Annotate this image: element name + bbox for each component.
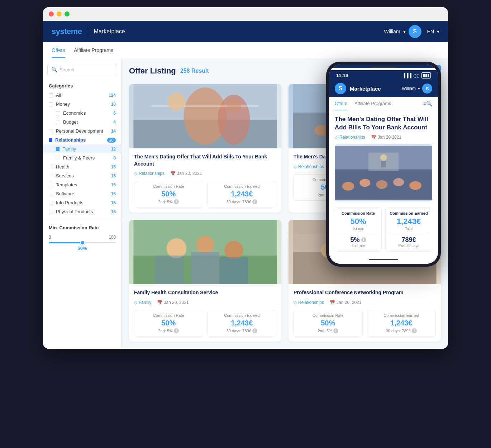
browser-titlebar: [43, 7, 448, 21]
card-1-img-placeholder: [129, 84, 281, 148]
offer-card-3[interactable]: Family Health Consultation Service ◇ Fam…: [129, 220, 281, 342]
cat-relationships-indicator: [49, 138, 52, 142]
mobile-divider-2: [388, 234, 429, 234]
cat-relationships[interactable]: Relationships 20: [43, 135, 121, 144]
card-2-tag-icon: ◇: [294, 164, 297, 169]
mobile-tab-affiliate[interactable]: Affiliate Programs: [354, 97, 391, 110]
cat-health-checkbox[interactable]: [49, 165, 53, 169]
mobile-total-label: Total: [388, 227, 429, 231]
header-language: EN: [427, 29, 434, 34]
svg-point-37: [380, 154, 387, 161]
cat-money[interactable]: Money 10: [43, 100, 121, 109]
svg-point-32: [359, 179, 370, 187]
card-4-date: 📅 Jan 20, 2021: [330, 300, 361, 305]
cat-info-products-checkbox[interactable]: [49, 201, 53, 205]
cat-family-peers-checkbox[interactable]: [56, 156, 60, 160]
card-1-commission-rate-box: Commission Rate 50% 2nd: 5% i: [134, 181, 203, 208]
card-4-commission-rate-label: Commission Rate: [297, 313, 359, 318]
cat-templates-checkbox[interactable]: [49, 183, 53, 187]
cat-physical-products[interactable]: Physical Products 15: [43, 207, 121, 216]
cat-all[interactable]: All 124: [43, 91, 121, 100]
card-4-stats: Commission Rate 50% 2nd: 5% i Commission…: [294, 310, 436, 337]
range-thumb[interactable]: [80, 240, 85, 245]
svg-point-17: [196, 236, 214, 254]
mobile-info-icon-1: i: [361, 237, 366, 242]
cat-economics-checkbox[interactable]: [56, 111, 60, 115]
card-1-title: The Men's Dating Offer That Will Add Bil…: [134, 153, 276, 167]
browser-dot-green[interactable]: [65, 11, 70, 16]
cat-money-checkbox[interactable]: [49, 102, 53, 106]
card-4-meta: ◇ Relationships 📅 Jan 20, 2021: [294, 300, 436, 305]
cat-info-products-count: 15: [111, 200, 116, 205]
card-4-commission-earned-sub: 30 days: 789€ i: [370, 328, 433, 333]
svg-rect-21: [220, 257, 248, 284]
mobile-commission-rate-label: Commission Rate: [338, 211, 378, 215]
main-content: 🔍 Search Categories All 124 Money 10 Eco…: [43, 58, 448, 349]
cat-family-peers[interactable]: Family & Peers 8: [43, 153, 121, 162]
browser-dot-red[interactable]: [49, 11, 54, 16]
card-3-date: 📅 Jan 20, 2021: [157, 300, 189, 305]
cat-relationships-count: 20: [107, 138, 116, 143]
mobile-second-rate-value: 5% i: [338, 236, 378, 244]
browser-dot-yellow[interactable]: [57, 11, 62, 16]
cat-budget-checkbox[interactable]: [56, 120, 60, 124]
tab-affiliate-programs[interactable]: Affiliate Programs: [74, 42, 113, 58]
sidebar: 🔍 Search Categories All 124 Money 10 Eco…: [43, 58, 122, 349]
card-1-body: The Men's Dating Offer That Will Add Bil…: [129, 148, 281, 213]
header-user[interactable]: William ▾ S EN ▾: [384, 25, 439, 38]
cat-personal-dev[interactable]: Personal Development 14: [43, 127, 121, 135]
cat-economics-count: 6: [113, 111, 116, 116]
card-4-tag: ◇ Relationships: [294, 300, 324, 305]
info-icon-1: i: [174, 199, 179, 204]
cat-budget[interactable]: Budget 4: [43, 118, 121, 127]
mobile-content: The Men's Dating Offer That Will Add Bil…: [329, 110, 438, 257]
cat-health-count: 15: [111, 165, 116, 170]
mobile-commission-earned-label: Commission Earned: [388, 211, 429, 215]
mobile-avatar: S: [422, 84, 432, 94]
cat-templates[interactable]: Templates 15: [43, 180, 121, 189]
card-2-tag: ◇ Relationships: [294, 164, 324, 169]
card-3-commission-earned-box: Commission Earned 1,243€ 30 days: 789€ i: [208, 310, 277, 337]
cat-services[interactable]: Services 15: [43, 171, 121, 180]
card-4-body: Professional Conference Networking Progr…: [289, 284, 441, 342]
mobile-username: William: [402, 86, 416, 91]
mobile-tab-offers[interactable]: Offers: [335, 97, 347, 110]
mobile-date-value: Jan 20 2021: [378, 135, 401, 140]
cat-physical-products-checkbox[interactable]: [49, 210, 53, 214]
cat-templates-label: Templates: [56, 182, 111, 187]
nav-tabs: Offers Affiliate Programs: [43, 42, 448, 58]
card-3-date-icon: 📅: [157, 300, 162, 305]
cat-personal-dev-checkbox[interactable]: [49, 129, 53, 133]
card-3-stats: Commission Rate 50% 2nd: 5% i Commission…: [134, 310, 276, 337]
cat-software[interactable]: Software 15: [43, 189, 121, 198]
mobile-commission-earned-col: Commission Earned 1,243€ Total 789€ Past…: [385, 207, 432, 252]
cat-all-checkbox[interactable]: [49, 93, 53, 97]
card-1-stats: Commission Rate 50% 2nd: 5% i Commission…: [134, 181, 276, 208]
app-logo: systeme: [52, 27, 82, 36]
cat-software-label: Software: [56, 191, 111, 196]
cat-info-products-label: Info Products: [56, 200, 111, 205]
header-lang-chevron: ▾: [437, 29, 439, 34]
card-1-commission-earned-box: Commission Earned 1,243€ 30 days: 789€ i: [208, 181, 277, 208]
mobile-marketplace-text: Marketplace: [350, 86, 398, 92]
cat-economics[interactable]: Economics 6: [43, 109, 121, 118]
cat-info-products[interactable]: Info Products 15: [43, 198, 121, 207]
offer-card-1[interactable]: The Men's Dating Offer That Will Add Bil…: [129, 84, 281, 213]
tab-offers[interactable]: Offers: [52, 42, 65, 58]
mobile-offer-image: [335, 144, 432, 201]
card-4-date-value: Jan 20, 2021: [337, 300, 361, 305]
cat-health[interactable]: Health 15: [43, 162, 121, 171]
card-4-commission-earned-value: 1,243€: [370, 319, 433, 327]
search-box[interactable]: 🔍 Search: [47, 64, 117, 75]
card-4-commission-rate-value: 50%: [297, 319, 359, 327]
svg-point-31: [342, 182, 354, 190]
cat-family[interactable]: Family 12: [43, 144, 121, 153]
card-3-tag: ◇ Family: [134, 300, 151, 305]
cat-services-checkbox[interactable]: [49, 174, 53, 178]
range-slider[interactable]: [49, 242, 116, 243]
mobile-filter-icon[interactable]: ≡🔍: [423, 97, 432, 110]
svg-point-33: [376, 180, 387, 189]
cat-software-checkbox[interactable]: [49, 192, 53, 196]
range-min: 0: [49, 235, 51, 240]
cat-economics-label: Economics: [63, 110, 113, 116]
